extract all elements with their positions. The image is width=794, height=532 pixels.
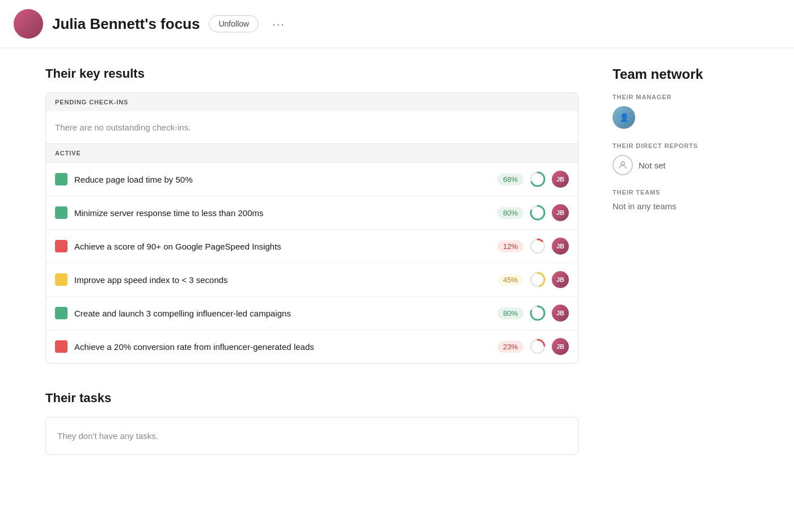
results-rows: Reduce page load time by 50% 68% JB Mini… bbox=[46, 162, 578, 363]
progress-ring bbox=[529, 204, 546, 221]
result-meta: 23% JB bbox=[497, 338, 569, 355]
tasks-empty-box: They don't have any tasks. bbox=[45, 417, 578, 455]
result-label: Reduce page load time by 50% bbox=[74, 175, 491, 184]
table-row[interactable]: Reduce page load time by 50% 68% JB bbox=[46, 162, 578, 196]
page-header: Julia Bennett's focus Unfollow ··· bbox=[0, 0, 794, 48]
percent-badge: 68% bbox=[497, 174, 523, 185]
status-dot bbox=[55, 340, 67, 353]
sidebar: Team network THEIR MANAGER 👤 THEIR DIREC… bbox=[613, 66, 749, 455]
direct-reports-section: THEIR DIRECT REPORTS Not set bbox=[613, 142, 749, 175]
key-results-table: PENDING CHECK-INS There are no outstandi… bbox=[45, 92, 578, 364]
table-row[interactable]: Create and launch 3 compelling influence… bbox=[46, 296, 578, 330]
result-label: Create and launch 3 compelling influence… bbox=[74, 309, 491, 318]
avatar: JB bbox=[552, 305, 569, 322]
tasks-empty-text: They don't have any tasks. bbox=[57, 431, 158, 441]
tasks-title: Their tasks bbox=[45, 391, 578, 406]
content-area: Their key results PENDING CHECK-INS Ther… bbox=[45, 66, 578, 455]
teams-text: Not in any teams bbox=[613, 201, 749, 211]
percent-badge: 12% bbox=[497, 240, 523, 252]
svg-point-12 bbox=[621, 162, 624, 165]
percent-badge: 80% bbox=[497, 207, 523, 219]
teams-section: THEIR TEAMS Not in any teams bbox=[613, 189, 749, 211]
progress-ring bbox=[529, 305, 546, 322]
table-row[interactable]: Minimize server response time to less th… bbox=[46, 196, 578, 229]
no-pending-text: There are no outstanding check-ins. bbox=[46, 111, 578, 144]
avatar-image bbox=[14, 9, 43, 39]
active-header: ACTIVE bbox=[46, 144, 578, 162]
avatar: JB bbox=[552, 338, 569, 355]
result-meta: 12% JB bbox=[497, 238, 569, 255]
result-label: Achieve a score of 90+ on Google PageSpe… bbox=[74, 242, 491, 251]
status-dot bbox=[55, 206, 67, 219]
result-meta: 80% JB bbox=[497, 204, 569, 221]
percent-badge: 45% bbox=[497, 274, 523, 286]
progress-ring bbox=[529, 271, 546, 288]
person-icon bbox=[613, 155, 633, 175]
progress-ring bbox=[529, 171, 546, 188]
status-dot bbox=[55, 307, 67, 319]
key-results-title: Their key results bbox=[45, 66, 578, 81]
manager-initials: 👤 bbox=[619, 113, 629, 122]
result-label: Achieve a 20% conversion rate from influ… bbox=[74, 342, 491, 352]
result-meta: 45% JB bbox=[497, 271, 569, 288]
status-dot bbox=[55, 273, 67, 286]
status-dot bbox=[55, 173, 67, 185]
manager-section: THEIR MANAGER 👤 bbox=[613, 94, 749, 129]
table-row[interactable]: Achieve a 20% conversion rate from influ… bbox=[46, 330, 578, 363]
page-title: Julia Bennett's focus bbox=[52, 15, 200, 33]
percent-badge: 23% bbox=[497, 341, 523, 353]
status-dot bbox=[55, 240, 67, 252]
direct-reports-value-row: Not set bbox=[613, 155, 749, 175]
result-label: Minimize server response time to less th… bbox=[74, 208, 491, 218]
percent-badge: 80% bbox=[497, 307, 523, 319]
avatar: JB bbox=[552, 238, 569, 255]
result-meta: 80% JB bbox=[497, 305, 569, 322]
avatar: JB bbox=[552, 204, 569, 221]
pending-header: PENDING CHECK-INS bbox=[46, 93, 578, 111]
tasks-section: Their tasks They don't have any tasks. bbox=[45, 391, 578, 455]
team-network-title: Team network bbox=[613, 66, 749, 82]
user-avatar bbox=[14, 9, 43, 39]
unfollow-button[interactable]: Unfollow bbox=[209, 15, 259, 32]
more-options-button[interactable]: ··· bbox=[268, 15, 290, 33]
teams-label: THEIR TEAMS bbox=[613, 189, 749, 196]
result-label: Improve app speed index to < 3 seconds bbox=[74, 275, 491, 285]
table-row[interactable]: Improve app speed index to < 3 seconds 4… bbox=[46, 263, 578, 296]
avatar: JB bbox=[552, 271, 569, 288]
avatar: JB bbox=[552, 171, 569, 188]
progress-ring bbox=[529, 338, 546, 355]
progress-ring bbox=[529, 238, 546, 255]
table-row[interactable]: Achieve a score of 90+ on Google PageSpe… bbox=[46, 229, 578, 263]
manager-avatar[interactable]: 👤 bbox=[613, 106, 635, 129]
main-layout: Their key results PENDING CHECK-INS Ther… bbox=[0, 48, 794, 473]
manager-label: THEIR MANAGER bbox=[613, 94, 749, 100]
direct-reports-text: Not set bbox=[639, 161, 666, 170]
direct-reports-label: THEIR DIRECT REPORTS bbox=[613, 142, 749, 149]
result-meta: 68% JB bbox=[497, 171, 569, 188]
